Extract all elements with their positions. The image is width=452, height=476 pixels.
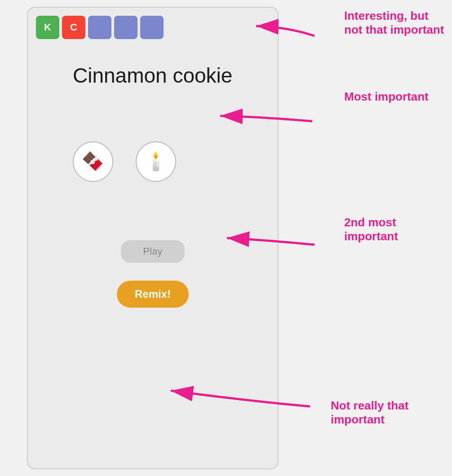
avatar-blue1[interactable] [88, 16, 111, 39]
avatar-c[interactable]: C [62, 16, 85, 39]
annotation-top-right: Interesting, but not that important [344, 9, 448, 37]
play-section: Play [28, 182, 278, 263]
chocolate-button[interactable]: 🍫 [73, 141, 113, 182]
play-button[interactable]: Play [121, 240, 185, 263]
candle-button[interactable]: 🕯️ [136, 141, 176, 182]
avatar-row: K C [28, 8, 278, 39]
avatar-blue2[interactable] [114, 16, 137, 39]
remix-button[interactable]: Remix! [117, 281, 189, 308]
remix-section: Remix! [28, 263, 278, 308]
title-section: Cinnamon cookie [28, 39, 278, 88]
app-card: K C Cinnamon cookie 🍫 🕯️ Play Remix! [27, 7, 279, 469]
annotation-2nd-most: 2nd most important [344, 216, 448, 243]
cookie-title: Cinnamon cookie [73, 64, 278, 88]
avatar-k[interactable]: K [36, 16, 59, 39]
avatar-blue3[interactable] [140, 16, 164, 39]
annotation-most-important: Most important [344, 90, 448, 104]
emoji-row: 🍫 🕯️ [28, 88, 278, 182]
annotation-not-really: Not really that important [331, 399, 448, 427]
